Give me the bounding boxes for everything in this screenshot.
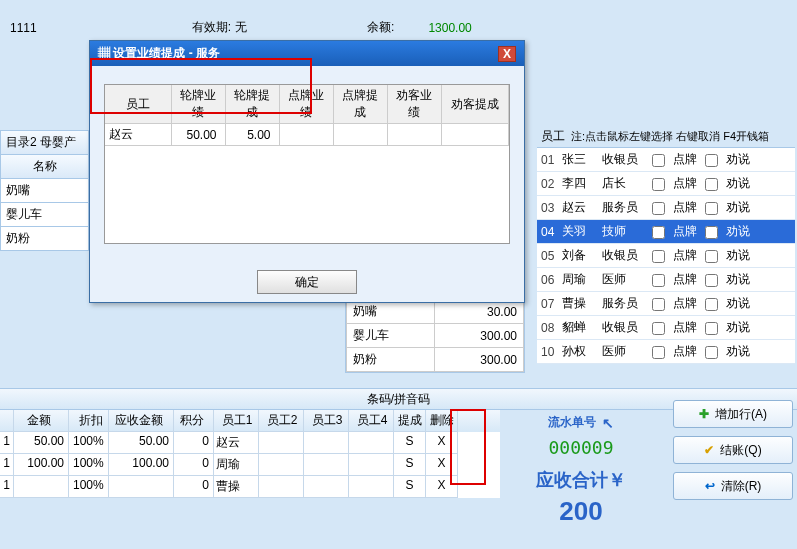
cell-lp-comm[interactable]: 5.00 (225, 124, 279, 146)
code-value: 1111 (10, 21, 37, 35)
cell-lk-perf[interactable] (387, 124, 441, 146)
category-item[interactable]: 奶粉 (0, 227, 89, 251)
dp-checkbox[interactable] (652, 178, 665, 191)
dp-checkbox[interactable] (652, 154, 665, 167)
dp-label: 点牌 (669, 172, 701, 196)
emp-name: 赵云 (558, 196, 598, 220)
qs-checkbox[interactable] (705, 250, 718, 263)
due-label: 应收合计￥ (505, 468, 657, 492)
cart-row[interactable]: 150.00100%50.000赵云SX (0, 432, 500, 454)
dp-label: 点牌 (669, 196, 701, 220)
employee-row[interactable]: 02李四店长点牌劝说 (537, 172, 795, 196)
cart-emp4 (349, 432, 394, 454)
employee-row[interactable]: 05刘备收银员点牌劝说 (537, 244, 795, 268)
emp-name: 关羽 (558, 220, 598, 244)
product-row[interactable]: 奶粉300.00 (347, 348, 524, 372)
dp-checkbox[interactable] (652, 346, 665, 359)
cell-lp-perf[interactable]: 50.00 (171, 124, 225, 146)
action-button-column: ✚增加行(A) ✔结账(Q) ↩清除(R) (673, 400, 793, 500)
cart-emp4 (349, 454, 394, 476)
clear-label: 清除(R) (721, 478, 762, 495)
emp-name: 曹操 (558, 292, 598, 316)
dp-checkbox[interactable] (652, 274, 665, 287)
qs-checkbox[interactable] (705, 202, 718, 215)
cart-delete-btn[interactable]: X (426, 432, 458, 454)
table-row[interactable]: 赵云 50.00 5.00 (105, 124, 509, 146)
cart-receivable: 100.00 (109, 454, 174, 476)
emp-role: 服务员 (598, 196, 648, 220)
checkout-label: 结账(Q) (720, 442, 761, 459)
plus-icon: ✚ (699, 407, 709, 421)
cell-dp-perf[interactable] (279, 124, 333, 146)
col-emp4: 员工4 (349, 410, 394, 432)
cell-lk-comm[interactable] (441, 124, 509, 146)
col-emp: 员工 (105, 85, 171, 124)
employee-row[interactable]: 03赵云服务员点牌劝说 (537, 196, 795, 220)
dp-checkbox[interactable] (652, 298, 665, 311)
employee-row[interactable]: 08貂蝉收银员点牌劝说 (537, 316, 795, 340)
cart-row[interactable]: 1100%0曹操SX (0, 476, 500, 498)
cart-emp2 (259, 454, 304, 476)
cart-delete-btn[interactable]: X (426, 454, 458, 476)
qs-label: 劝说 (722, 268, 795, 292)
close-icon[interactable]: X (498, 46, 516, 62)
employee-row[interactable]: 07曹操服务员点牌劝说 (537, 292, 795, 316)
cell-dp-comm[interactable] (333, 124, 387, 146)
cart-emp1: 赵云 (214, 432, 259, 454)
cart-row[interactable]: 1100.00100%100.000周瑜SX (0, 454, 500, 476)
dp-checkbox[interactable] (652, 250, 665, 263)
cart-discount: 100% (69, 432, 109, 454)
cart-discount: 100% (69, 476, 109, 498)
employee-row[interactable]: 06周瑜医师点牌劝说 (537, 268, 795, 292)
emp-role: 收银员 (598, 316, 648, 340)
emp-no: 08 (537, 316, 558, 340)
cart-points: 0 (174, 476, 214, 498)
cart-commission-btn[interactable]: S (394, 476, 426, 498)
cart-commission-btn[interactable]: S (394, 454, 426, 476)
employee-row[interactable]: 10孙权医师点牌劝说 (537, 340, 795, 364)
col-delete: 删除 (426, 410, 458, 432)
qs-label: 劝说 (722, 196, 795, 220)
cart-emp1: 周瑜 (214, 454, 259, 476)
add-row-button[interactable]: ✚增加行(A) (673, 400, 793, 428)
cart-idx: 1 (0, 432, 14, 454)
dp-label: 点牌 (669, 268, 701, 292)
cell-emp-name[interactable]: 赵云 (105, 124, 171, 146)
category-title[interactable]: 目录2 母婴产 (0, 130, 89, 155)
clear-button[interactable]: ↩清除(R) (673, 472, 793, 500)
emp-no: 05 (537, 244, 558, 268)
product-row[interactable]: 婴儿车300.00 (347, 324, 524, 348)
ok-button[interactable]: 确定 (257, 270, 357, 294)
category-item[interactable]: 奶嘴 (0, 179, 89, 203)
cart-delete-btn[interactable]: X (426, 476, 458, 498)
qs-label: 劝说 (722, 340, 795, 364)
dp-checkbox[interactable] (652, 226, 665, 239)
product-row[interactable]: 奶嘴30.00 (347, 300, 524, 324)
qs-checkbox[interactable] (705, 322, 718, 335)
dp-label: 点牌 (669, 316, 701, 340)
cart-commission-btn[interactable]: S (394, 432, 426, 454)
qs-checkbox[interactable] (705, 226, 718, 239)
emp-no: 10 (537, 340, 558, 364)
qs-checkbox[interactable] (705, 298, 718, 311)
product-name: 婴儿车 (347, 324, 435, 348)
dp-checkbox[interactable] (652, 202, 665, 215)
emp-head-label: 员工 (541, 128, 571, 145)
category-item[interactable]: 婴儿车 (0, 203, 89, 227)
dialog-titlebar[interactable]: ▦ 设置业绩提成 - 服务 X (90, 41, 524, 66)
dp-checkbox[interactable] (652, 322, 665, 335)
employee-row[interactable]: 04关羽技师点牌劝说 (537, 220, 795, 244)
emp-name: 张三 (558, 148, 598, 172)
col-lk-perf: 劝客业绩 (387, 85, 441, 124)
qs-checkbox[interactable] (705, 274, 718, 287)
dp-label: 点牌 (669, 220, 701, 244)
emp-head-note: 注:点击鼠标左键选择 右键取消 F4开钱箱 (571, 129, 769, 144)
validity-value: 无 (235, 19, 247, 36)
product-name: 奶嘴 (347, 300, 435, 324)
col-amount: 金额 (14, 410, 69, 432)
employee-row[interactable]: 01张三收银员点牌劝说 (537, 148, 795, 172)
checkout-button[interactable]: ✔结账(Q) (673, 436, 793, 464)
qs-checkbox[interactable] (705, 154, 718, 167)
qs-checkbox[interactable] (705, 346, 718, 359)
qs-checkbox[interactable] (705, 178, 718, 191)
